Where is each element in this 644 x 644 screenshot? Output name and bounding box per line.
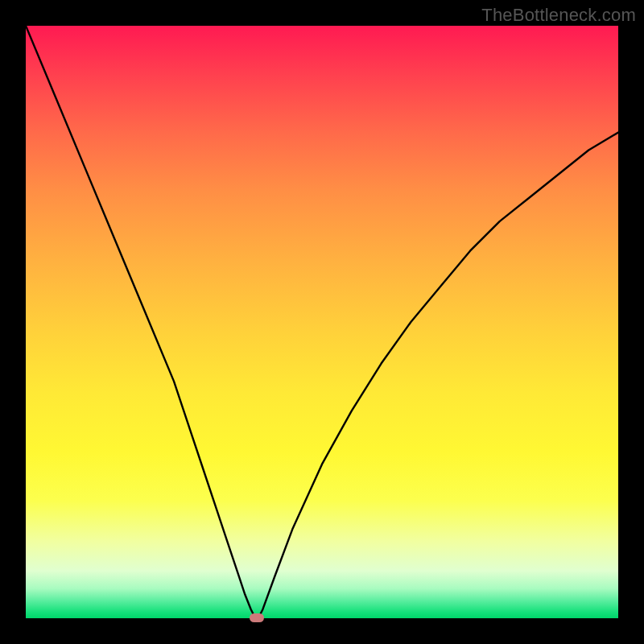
watermark-text: TheBottleneck.com [481, 5, 636, 26]
chart-frame: TheBottleneck.com [0, 0, 644, 644]
optimum-marker [250, 613, 264, 622]
plot-area [26, 26, 618, 618]
bottleneck-curve [26, 26, 618, 618]
